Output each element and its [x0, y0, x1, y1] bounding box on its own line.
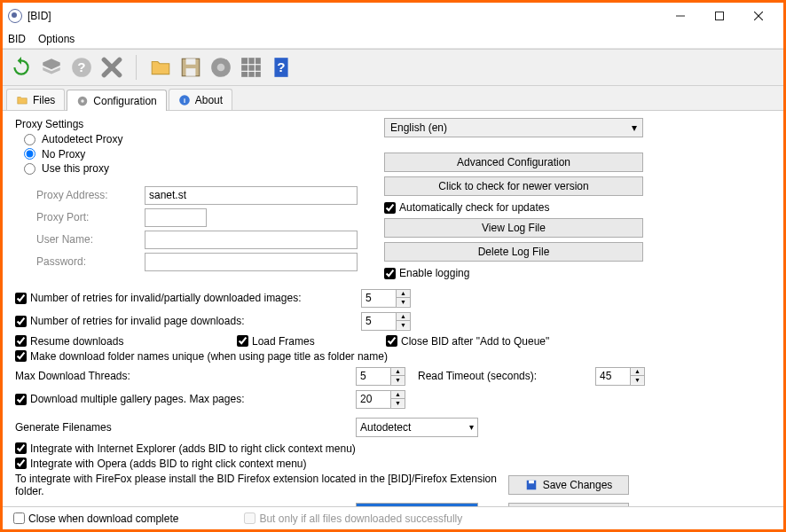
toolbar: ? ?	[3, 49, 783, 86]
minimize-button[interactable]	[661, 4, 700, 28]
auto-update-checkbox[interactable]: Automatically check for updates	[384, 201, 643, 214]
svg-rect-25	[529, 480, 534, 483]
cancel-icon	[521, 506, 533, 507]
multi-pages-spinner[interactable]: ▲▼	[356, 390, 405, 409]
check-update-button[interactable]: Click to check for newer version	[384, 176, 643, 196]
svg-rect-10	[186, 68, 196, 76]
firefox-note: To integrate with FireFox please install…	[15, 473, 508, 497]
config-panel: Proxy Settings Autodetect Proxy No Proxy…	[3, 111, 783, 506]
retries-invalid-images-checkbox[interactable]: Number of retries for invalid/partially …	[15, 292, 356, 304]
svg-text:i: i	[184, 96, 185, 104]
menu-item-options[interactable]: Options	[38, 33, 75, 45]
svg-point-12	[217, 64, 225, 72]
read-timeout-spinner[interactable]: ▲▼	[595, 367, 645, 386]
cookies-combo[interactable]: FireFox▾	[356, 503, 478, 507]
language-value: English (en)	[390, 121, 447, 134]
radio-no-proxy[interactable]: No Proxy	[24, 148, 85, 160]
retries-invalid-page-spinner[interactable]: ▲▼	[361, 312, 411, 331]
proxy-user-input[interactable]	[145, 231, 358, 249]
svg-text:?: ?	[277, 59, 285, 74]
bottombar: Close when download complete But only if…	[3, 506, 783, 529]
files-tab-icon	[16, 94, 28, 106]
unique-folder-checkbox[interactable]: Make download folder names unique (when …	[15, 350, 388, 363]
proxy-address-input[interactable]	[145, 186, 358, 205]
enable-logging-checkbox[interactable]: Enable logging	[384, 267, 643, 279]
tab-label: Configuration	[93, 95, 156, 107]
close-after-queue-checkbox[interactable]: Close BID after "Add to Queue"	[386, 335, 549, 348]
tab-files[interactable]: Files	[6, 89, 65, 110]
about-tab-icon: i	[178, 94, 191, 106]
proxy-user-label: User Name:	[36, 233, 93, 246]
titlebar: [BID]	[3, 3, 783, 29]
svg-point-21	[82, 99, 85, 103]
proxy-pass-label: Password:	[36, 255, 86, 268]
svg-rect-13	[241, 58, 261, 77]
close-when-complete-checkbox[interactable]: Close when download complete	[13, 512, 178, 525]
folder-icon[interactable]	[147, 54, 174, 81]
about-icon[interactable]: ?	[268, 54, 295, 81]
proxy-port-input[interactable]	[145, 208, 207, 227]
radio-autodetect-proxy[interactable]: Autodetect Proxy	[24, 133, 122, 145]
grid-icon[interactable]	[238, 54, 264, 81]
read-timeout-label: Read Timeout (seconds):	[418, 370, 595, 382]
menu-item-bid[interactable]: BID	[8, 33, 26, 45]
right-column: English (en) ▾ Advanced Configuration Cl…	[384, 118, 643, 279]
svg-text:?: ?	[77, 59, 85, 74]
window-title: [BID]	[28, 10, 51, 22]
advanced-config-button[interactable]: Advanced Configuration	[384, 153, 643, 172]
tab-label: Files	[33, 94, 55, 106]
gen-filenames-combo[interactable]: Autodetect▾	[356, 418, 478, 437]
view-log-button[interactable]: View Log File	[384, 218, 643, 238]
tab-configuration[interactable]: Configuration	[67, 90, 166, 111]
gen-filenames-label: Generate Filenames	[15, 421, 356, 434]
app-window: [BID] BID Options ?	[0, 0, 786, 532]
load-frames-checkbox[interactable]: Load Frames	[237, 335, 386, 348]
integrate-opera-checkbox[interactable]: Integrate with Opera (adds BID to right …	[15, 458, 306, 470]
max-threads-label: Max Download Threads:	[15, 370, 356, 382]
max-threads-spinner[interactable]: ▲▼	[356, 367, 405, 386]
delete-icon[interactable]	[98, 54, 125, 81]
save-changes-button[interactable]: Save Changes	[508, 475, 629, 495]
scanner-icon[interactable]	[38, 54, 65, 81]
maximize-button[interactable]	[700, 4, 739, 28]
cancel-changes-button[interactable]: Cancel Changes	[508, 503, 629, 507]
cookies-label: If not launched from a browser context m…	[15, 506, 356, 507]
tab-label: About	[195, 94, 223, 106]
chevron-down-icon: ▾	[632, 121, 637, 134]
tabstrip: Files Configuration i About	[3, 86, 783, 111]
app-icon	[8, 9, 22, 23]
proxy-address-label: Proxy Address:	[36, 189, 108, 201]
close-button[interactable]	[739, 4, 778, 28]
refresh-icon[interactable]	[8, 54, 35, 81]
help-icon[interactable]: ?	[68, 54, 95, 81]
integrate-ie-checkbox[interactable]: Integrate with Internet Explorer (adds B…	[15, 442, 356, 455]
config-tab-icon	[76, 95, 89, 107]
gear-icon[interactable]	[208, 54, 234, 81]
radio-use-this-proxy[interactable]: Use this proxy	[24, 162, 109, 175]
proxy-port-label: Proxy Port:	[36, 211, 89, 223]
proxy-pass-input[interactable]	[145, 253, 358, 271]
save-icon	[525, 479, 538, 491]
chevron-down-icon: ▾	[469, 422, 474, 432]
proxy-group-title: Proxy Settings	[15, 118, 370, 130]
svg-rect-1	[716, 12, 724, 20]
only-if-success-checkbox: But only if all files downloaded success…	[244, 512, 462, 525]
multi-pages-checkbox[interactable]: Download multiple gallery pages. Max pag…	[15, 393, 356, 405]
save-icon[interactable]	[177, 54, 204, 81]
resume-downloads-checkbox[interactable]: Resume downloads	[15, 335, 237, 348]
retries-invalid-page-checkbox[interactable]: Number of retries for invalid page downl…	[15, 315, 356, 327]
delete-log-button[interactable]: Delete Log File	[384, 242, 643, 262]
menubar: BID Options	[3, 29, 783, 49]
language-select[interactable]: English (en) ▾	[384, 118, 643, 137]
svg-rect-9	[186, 59, 196, 65]
retries-invalid-images-spinner[interactable]: ▲▼	[361, 289, 411, 308]
tab-about[interactable]: i About	[169, 89, 232, 110]
